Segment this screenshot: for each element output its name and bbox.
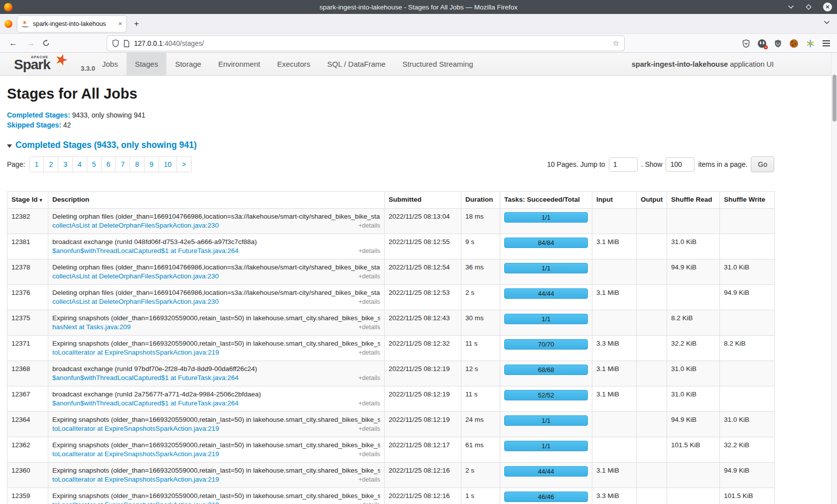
header-input[interactable]: Input bbox=[592, 192, 637, 209]
tasks-progress-label: 1/1 bbox=[542, 417, 551, 424]
scrollbar-thumb[interactable] bbox=[833, 75, 837, 122]
tasks-progress-label: 44/44 bbox=[538, 468, 555, 475]
nav-item-sql-dataframe[interactable]: SQL / DataFrame bbox=[319, 53, 394, 75]
details-toggle[interactable]: +details bbox=[359, 399, 380, 408]
shuffle-read-cell bbox=[667, 488, 720, 504]
privacy-badger-icon[interactable]: × bbox=[758, 39, 766, 48]
details-toggle[interactable]: +details bbox=[359, 348, 380, 357]
page-button-4[interactable]: 4 bbox=[72, 156, 87, 172]
header-shuffle-write[interactable]: Shuffle Write bbox=[720, 192, 775, 209]
details-toggle[interactable]: +details bbox=[359, 450, 380, 459]
ublock-icon[interactable] bbox=[774, 39, 782, 48]
submitted-cell: 2022/11/25 08:12:43 bbox=[385, 310, 461, 336]
stage-callsite-link[interactable]: toLocalIterator at ExpireSnapshotsSparkA… bbox=[52, 450, 219, 458]
items-per-page-input[interactable] bbox=[666, 157, 695, 172]
completed-stages-count: 9433, only showing 941 bbox=[70, 111, 145, 119]
details-toggle[interactable]: +details bbox=[359, 475, 380, 484]
nav-item-jobs[interactable]: Jobs bbox=[94, 53, 127, 75]
forward-button[interactable]: → bbox=[26, 38, 35, 48]
page-button-5[interactable]: 5 bbox=[87, 156, 102, 172]
input-cell: 3.1 MiB bbox=[592, 361, 637, 386]
details-toggle[interactable]: +details bbox=[359, 374, 380, 382]
shuffle-read-cell bbox=[667, 285, 720, 310]
page-button-7[interactable]: 7 bbox=[115, 156, 130, 172]
nav-item-executors[interactable]: Executors bbox=[269, 53, 319, 75]
page-button-10[interactable]: 10 bbox=[158, 156, 177, 172]
header-output[interactable]: Output bbox=[637, 192, 667, 209]
stage-callsite-link[interactable]: hasNext at Tasks.java:209 bbox=[52, 323, 131, 331]
header-tasks[interactable]: Tasks: Succeeded/Total bbox=[500, 192, 592, 209]
nav-item-storage[interactable]: Storage bbox=[166, 53, 210, 75]
url-bar[interactable]: 127.0.0.1:4040/stages/ ☆ bbox=[107, 36, 624, 51]
page-button-3[interactable]: 3 bbox=[58, 156, 73, 172]
firefox-menu-icon[interactable] bbox=[4, 20, 12, 28]
details-toggle[interactable]: +details bbox=[359, 297, 380, 306]
close-button[interactable]: × bbox=[823, 2, 832, 11]
chevron-down-icon bbox=[788, 5, 794, 9]
description-cell: broadcast exchange (runId 048fd06f-d753-… bbox=[48, 234, 385, 259]
menu-icon[interactable] bbox=[823, 40, 830, 46]
completed-stages-link[interactable]: Completed Stages: bbox=[7, 111, 70, 119]
details-toggle[interactable]: +details bbox=[359, 501, 380, 504]
header-shuffle-read[interactable]: Shuffle Read bbox=[667, 192, 720, 209]
page-button-6[interactable]: 6 bbox=[101, 156, 116, 172]
duration-cell: 30 ms bbox=[461, 310, 500, 336]
shield-icon[interactable] bbox=[112, 39, 119, 47]
stage-callsite-link[interactable]: toLocalIterator at ExpireSnapshotsSparkA… bbox=[52, 425, 219, 432]
page-info-icon[interactable] bbox=[124, 40, 130, 47]
stage-callsite-link[interactable]: collectAsList at DeleteOrphanFilesSparkA… bbox=[52, 298, 219, 305]
maximize-button[interactable] bbox=[805, 3, 812, 10]
header-submitted[interactable]: Submitted bbox=[385, 192, 461, 209]
details-toggle[interactable]: +details bbox=[359, 323, 380, 332]
nav-item-structured-streaming[interactable]: Structured Streaming bbox=[394, 53, 482, 75]
stage-callsite-link[interactable]: toLocalIterator at ExpireSnapshotsSparkA… bbox=[52, 476, 219, 483]
description-cell: broadcast exchange (runId 2a75677f-a771-… bbox=[48, 386, 385, 412]
stage-callsite-link[interactable]: collectAsList at DeleteOrphanFilesSparkA… bbox=[52, 272, 219, 280]
tasks-progress-label: 84/84 bbox=[538, 239, 555, 247]
table-row: 12381 broadcast exchange (runId 048fd06f… bbox=[7, 234, 775, 259]
details-toggle[interactable]: +details bbox=[359, 424, 380, 433]
cookie-icon[interactable] bbox=[790, 39, 798, 48]
page-button-9[interactable]: 9 bbox=[144, 156, 159, 172]
multicolor-asterisk-icon[interactable] bbox=[806, 39, 815, 48]
details-toggle[interactable]: +details bbox=[359, 247, 380, 255]
tab-close-icon[interactable]: × bbox=[117, 20, 122, 27]
header-stage-id[interactable]: Stage Id▾ bbox=[7, 192, 48, 209]
stage-callsite-link[interactable]: collectAsList at DeleteOrphanFilesSparkA… bbox=[52, 222, 219, 229]
header-description[interactable]: Description bbox=[48, 192, 385, 209]
bookmark-star-icon[interactable]: ☆ bbox=[613, 39, 619, 48]
page-button-8[interactable]: 8 bbox=[130, 156, 144, 172]
stages-table: Stage Id▾ Description Submitted Duration… bbox=[7, 191, 775, 504]
tasks-progress-label: 52/52 bbox=[538, 391, 555, 399]
stage-id-cell: 12375 bbox=[7, 310, 48, 336]
header-duration[interactable]: Duration bbox=[461, 192, 500, 209]
page-scrollbar[interactable] bbox=[831, 53, 837, 504]
spark-logo[interactable]: APACHE Spark ★ 3.3.0 bbox=[7, 53, 71, 75]
input-cell: 3.3 MiB bbox=[592, 336, 637, 361]
details-toggle[interactable]: +details bbox=[359, 272, 380, 281]
completed-stages-section-header[interactable]: Completed Stages (9433, only showing 941… bbox=[7, 140, 774, 150]
nav-item-environment[interactable]: Environment bbox=[210, 53, 269, 75]
page-button->[interactable]: > bbox=[176, 156, 191, 172]
browser-tab[interactable]: ✶ spark-ingest-into-lakehous × bbox=[17, 16, 126, 32]
reload-button[interactable] bbox=[42, 39, 50, 47]
stage-callsite-link[interactable]: toLocalIterator at ExpireSnapshotsSparkA… bbox=[52, 501, 219, 504]
stage-callsite-link[interactable]: $anonfun$withThreadLocalCaptured$1 at Fu… bbox=[52, 374, 239, 381]
page-button-1[interactable]: 1 bbox=[29, 156, 44, 172]
list-tabs-button[interactable] bbox=[824, 20, 830, 24]
stage-callsite-link[interactable]: $anonfun$withThreadLocalCaptured$1 at Fu… bbox=[52, 247, 239, 254]
details-toggle[interactable]: +details bbox=[359, 221, 380, 230]
go-button[interactable]: Go bbox=[751, 156, 774, 172]
skipped-stages-count: 42 bbox=[61, 121, 71, 129]
extension-shield-icon[interactable] bbox=[742, 39, 750, 48]
new-tab-button[interactable]: + bbox=[134, 19, 139, 29]
back-button[interactable]: ← bbox=[9, 38, 17, 48]
jump-to-page-input[interactable] bbox=[609, 157, 638, 172]
stage-callsite-link[interactable]: $anonfun$withThreadLocalCaptured$1 at Fu… bbox=[52, 399, 239, 407]
stage-callsite-link[interactable]: toLocalIterator at ExpireSnapshotsSparkA… bbox=[52, 349, 219, 356]
page-button-2[interactable]: 2 bbox=[43, 156, 58, 172]
minimize-button[interactable] bbox=[788, 5, 794, 9]
skipped-stages-link[interactable]: Skipped Stages: bbox=[7, 121, 61, 129]
nav-item-stages[interactable]: Stages bbox=[127, 53, 167, 75]
duration-cell: 36 ms bbox=[461, 259, 500, 285]
